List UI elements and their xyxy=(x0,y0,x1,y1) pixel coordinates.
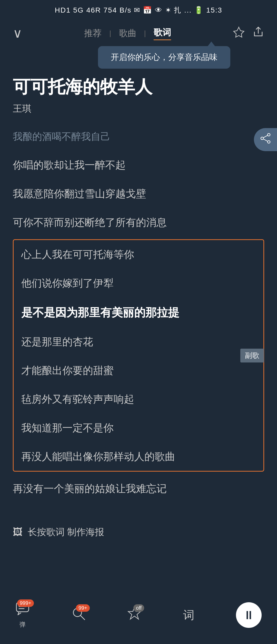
svg-line-5 xyxy=(263,135,268,138)
lyric-line[interactable]: 可你不辞而别还断绝了所有的消息 xyxy=(13,208,264,237)
svg-line-6 xyxy=(263,139,268,141)
lyric-line[interactable]: 我愿意陪你翻过雪山穿越戈壁 xyxy=(13,179,264,208)
nav-actions xyxy=(233,26,264,40)
lyric-line[interactable]: 心上人我在可可托海等你 xyxy=(21,240,256,269)
lyric-line[interactable]: 我知道那一定不是你 xyxy=(21,413,256,442)
tab-recommend[interactable]: 推荐 xyxy=(84,27,102,39)
comments-badge: 999+ xyxy=(17,599,34,607)
lyric-line[interactable]: 他们说你嫁到了伊犁 xyxy=(21,269,256,297)
top-nav: ∨ 推荐 | 歌曲 | 歌词 xyxy=(0,20,277,46)
lyrics-container: 我酿的酒喝不醉我自己 你唱的歌却让我一醉不起 我愿意陪你翻过雪山穿越戈壁 可你不… xyxy=(0,123,277,503)
poster-text: 长按歌词 制作海报 xyxy=(28,526,104,538)
song-title: 可可托海的牧羊人 xyxy=(0,74,277,100)
tab-lyrics[interactable]: 歌词 xyxy=(154,27,171,40)
lyric-line[interactable]: 才能酿出你要的甜蜜 xyxy=(21,356,256,385)
lyric-line[interactable]: 你唱的歌却让我一醉不起 xyxy=(13,151,264,179)
tab-song[interactable]: 歌曲 xyxy=(119,27,136,39)
tooltip-container: 开启你的乐心，分享音乐品味 xyxy=(0,46,277,69)
pause-icon: ⏸ xyxy=(243,608,255,622)
lyrics-area: 我酿的酒喝不醉我自己 你唱的歌却让我一醉不起 我愿意陪你翻过雪山穿越戈壁 可你不… xyxy=(0,123,277,613)
float-share-icon xyxy=(260,133,271,147)
bottom-toolbar: 999+ 弹 99+ off 词 ⏸ xyxy=(0,596,277,644)
status-bar: HD1 5G 46R 754 B/s ✉ 📅 👁 ✶ 扎 ... 🔋 15:3 xyxy=(0,0,277,20)
lyric-line[interactable]: 毡房外又有驼铃声声响起 xyxy=(21,385,256,413)
lyric-line[interactable]: 再没有一个美丽的姑娘让我难忘记 xyxy=(13,474,264,503)
lyric-line[interactable]: 我酿的酒喝不醉我自己 xyxy=(13,123,264,151)
share-icon[interactable] xyxy=(252,26,264,40)
lyric-line[interactable]: 还是那里的杏花 xyxy=(21,327,256,356)
tooltip: 开启你的乐心，分享音乐品味 xyxy=(98,46,230,69)
toolbar-words[interactable]: 词 xyxy=(183,608,194,623)
chorus-label: 副歌 xyxy=(240,349,264,362)
search-badge: 99+ xyxy=(76,604,90,612)
svg-point-3 xyxy=(268,141,270,143)
pin-icon[interactable] xyxy=(233,26,245,40)
star-badge: off xyxy=(133,604,144,612)
lyric-line-bold[interactable]: 是不是因为那里有美丽的那拉提 xyxy=(21,297,256,328)
nav-back-button[interactable]: ∨ xyxy=(13,26,22,41)
svg-line-11 xyxy=(81,616,85,620)
lyric-line[interactable]: 再没人能唱出像你那样动人的歌曲 xyxy=(21,442,256,471)
svg-point-2 xyxy=(268,133,270,136)
float-share-button[interactable] xyxy=(254,128,277,151)
toolbar-comments[interactable]: 999+ 弹 xyxy=(15,601,30,629)
svg-point-4 xyxy=(261,137,263,140)
chorus-section: 心上人我在可可托海等你 他们说你嫁到了伊犁 是不是因为那里有美丽的那拉提 还是那… xyxy=(13,239,264,472)
comments-label: 弹 xyxy=(19,620,26,629)
toolbar-search[interactable]: 99+ xyxy=(71,606,86,624)
words-icon: 词 xyxy=(183,608,194,623)
toolbar-star[interactable]: off xyxy=(127,606,142,624)
nav-tabs: 推荐 | 歌曲 | 歌词 xyxy=(22,27,233,40)
song-artist: 王琪 xyxy=(0,100,277,123)
poster-icon: 🖼 xyxy=(13,527,23,538)
bottom-action[interactable]: 🖼 长按歌词 制作海报 xyxy=(0,513,277,546)
play-pause-button[interactable]: ⏸ xyxy=(236,602,262,628)
